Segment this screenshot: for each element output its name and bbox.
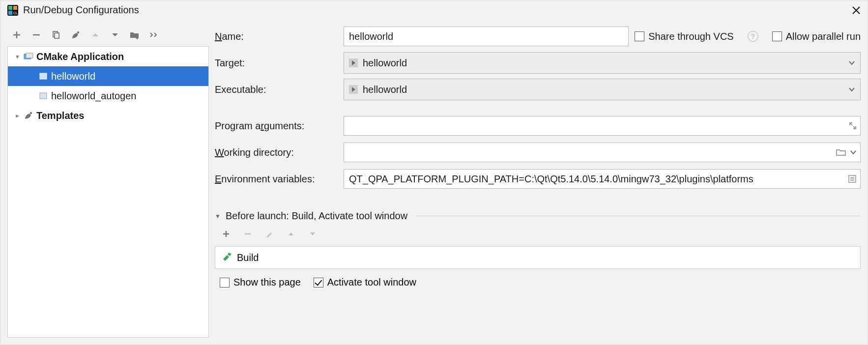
chevron-right-icon: ▸ bbox=[12, 112, 23, 119]
task-label: Build bbox=[237, 252, 259, 263]
close-button[interactable] bbox=[852, 6, 861, 15]
tree-group-cmake-application[interactable]: ▾ CMake Application bbox=[8, 47, 208, 66]
svg-rect-11 bbox=[40, 93, 47, 99]
tree-group-label: Templates bbox=[36, 110, 84, 121]
main-panel: Name: Share through VCS ? Allow parallel… bbox=[215, 24, 861, 338]
add-configuration-button[interactable] bbox=[8, 27, 25, 43]
triangle-down-icon: ▼ bbox=[215, 213, 221, 220]
program-arguments-label: Program arguments: bbox=[215, 120, 338, 132]
working-directory-row: Working directory: bbox=[215, 142, 861, 163]
svg-rect-16 bbox=[228, 253, 231, 256]
help-icon[interactable]: ? bbox=[748, 31, 758, 42]
edit-list-icon[interactable] bbox=[848, 174, 857, 183]
clion-app-icon: CL bbox=[7, 5, 18, 16]
chevron-down-icon bbox=[848, 86, 855, 93]
configurations-tree[interactable]: ▾ CMake Application helloworld helloworl… bbox=[7, 46, 209, 338]
svg-rect-6 bbox=[55, 33, 59, 38]
run-debug-configurations-dialog: CL Run/Debug Configurations ▾ bbox=[0, 0, 868, 345]
content: ▾ CMake Application helloworld helloworl… bbox=[0, 19, 868, 345]
before-launch-toolbar bbox=[215, 226, 861, 242]
checkbox-icon bbox=[314, 278, 323, 288]
chevron-down-icon: ▾ bbox=[12, 53, 23, 60]
move-down-button[interactable] bbox=[107, 27, 123, 43]
tree-item-helloworld-autogen[interactable]: helloworld_autogen bbox=[8, 86, 208, 106]
before-launch-tasklist[interactable]: Build bbox=[215, 246, 861, 269]
svg-rect-1 bbox=[8, 6, 12, 10]
add-task-button[interactable] bbox=[220, 228, 232, 240]
tree-item-label: helloworld_autogen bbox=[51, 90, 136, 102]
move-task-down-button bbox=[306, 228, 319, 240]
name-input[interactable] bbox=[344, 27, 629, 46]
name-row: Name: Share through VCS ? Allow parallel… bbox=[215, 26, 861, 47]
hammer-icon bbox=[221, 252, 232, 263]
exe-icon bbox=[37, 92, 49, 100]
before-launch-options: Show this page Activate tool window bbox=[215, 273, 861, 288]
svg-rect-2 bbox=[13, 6, 17, 10]
executable-label: Executable: bbox=[215, 84, 338, 95]
name-label: Name: bbox=[215, 31, 338, 42]
tree-group-label: CMake Application bbox=[36, 51, 124, 62]
folder-button[interactable] bbox=[126, 27, 143, 43]
target-label: Target: bbox=[215, 58, 338, 69]
tree-item-label: helloworld bbox=[51, 71, 95, 82]
remove-task-button bbox=[241, 228, 254, 240]
chevron-down-icon[interactable] bbox=[850, 149, 857, 156]
move-task-up-button bbox=[285, 228, 297, 240]
window-title: Run/Debug Configurations bbox=[23, 4, 139, 16]
before-launch-section: ▼ Before launch: Build, Activate tool wi… bbox=[215, 210, 861, 288]
titlebar: CL Run/Debug Configurations bbox=[0, 0, 868, 19]
target-value: helloworld bbox=[363, 58, 848, 69]
before-launch-header[interactable]: ▼ Before launch: Build, Activate tool wi… bbox=[215, 210, 861, 222]
edit-templates-button[interactable] bbox=[67, 27, 84, 43]
target-combo[interactable]: helloworld bbox=[344, 52, 861, 74]
checkbox-icon bbox=[635, 31, 644, 41]
share-through-vcs-checkbox[interactable]: Share through VCS bbox=[635, 31, 733, 42]
program-arguments-input[interactable] bbox=[344, 116, 861, 136]
svg-text:CL: CL bbox=[13, 11, 18, 15]
svg-rect-3 bbox=[8, 11, 12, 15]
environment-variables-row: Environment variables: bbox=[215, 168, 861, 190]
environment-variables-label: Environment variables: bbox=[215, 173, 338, 185]
wrench-icon bbox=[23, 111, 34, 120]
activate-tool-window-checkbox[interactable]: Activate tool window bbox=[314, 277, 416, 288]
top-right-options: Share through VCS ? Allow parallel run bbox=[635, 31, 861, 42]
working-directory-input[interactable] bbox=[344, 143, 861, 162]
move-up-button bbox=[87, 27, 104, 43]
show-this-page-checkbox[interactable]: Show this page bbox=[220, 277, 301, 288]
svg-rect-10 bbox=[40, 73, 47, 79]
allow-parallel-run-checkbox[interactable]: Allow parallel run bbox=[772, 31, 861, 42]
tree-group-templates[interactable]: ▸ Templates bbox=[8, 106, 208, 125]
working-directory-label: Working directory: bbox=[215, 147, 338, 158]
executable-combo[interactable]: helloworld bbox=[344, 79, 861, 100]
browse-folder-icon[interactable] bbox=[836, 148, 846, 156]
sidebar-toolbar bbox=[7, 24, 209, 46]
checkbox-icon bbox=[220, 278, 230, 288]
run-target-icon bbox=[349, 58, 358, 67]
svg-point-7 bbox=[77, 31, 79, 33]
remove-configuration-button[interactable] bbox=[28, 27, 45, 43]
target-row: Target: helloworld bbox=[215, 52, 861, 74]
copy-configuration-button[interactable] bbox=[48, 27, 64, 43]
svg-point-12 bbox=[30, 112, 32, 114]
expand-icon[interactable] bbox=[849, 122, 857, 130]
chevron-down-icon bbox=[848, 59, 855, 66]
more-button[interactable] bbox=[146, 27, 163, 43]
executable-row: Executable: helloworld bbox=[215, 79, 861, 100]
sidebar: ▾ CMake Application helloworld helloworl… bbox=[7, 24, 209, 338]
run-target-icon bbox=[349, 85, 358, 94]
checkbox-icon bbox=[772, 31, 782, 41]
exe-icon bbox=[37, 72, 49, 80]
cmake-app-icon bbox=[23, 53, 34, 60]
executable-value: helloworld bbox=[363, 84, 848, 95]
environment-variables-input[interactable] bbox=[344, 169, 861, 189]
edit-task-button bbox=[263, 228, 276, 240]
task-row-build[interactable]: Build bbox=[215, 247, 860, 268]
tree-item-helloworld[interactable]: helloworld bbox=[8, 66, 208, 86]
svg-rect-9 bbox=[26, 53, 33, 58]
program-arguments-row: Program arguments: bbox=[215, 115, 861, 137]
